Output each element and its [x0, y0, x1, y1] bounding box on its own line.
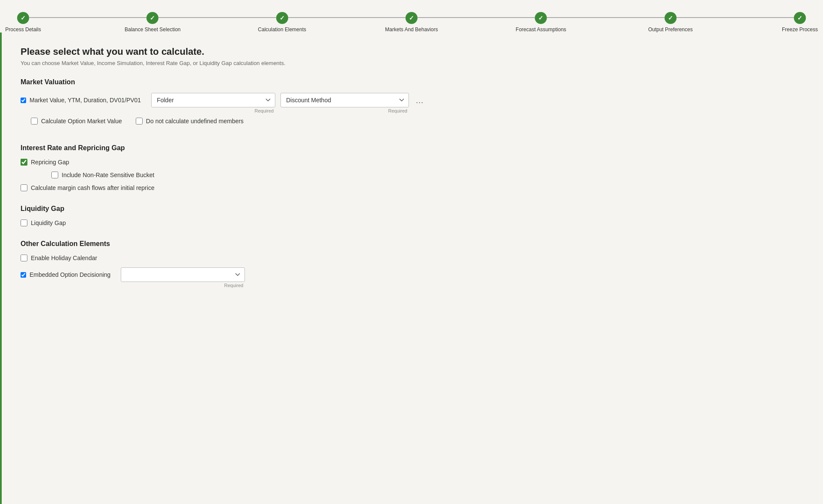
step-line-1 — [29, 17, 146, 18]
repricing-gap-row: Repricing Gap — [21, 159, 450, 166]
margin-cashflows-label: Calculate margin cash flows after initia… — [31, 184, 155, 191]
step-container-2: ✓ Balance Sheet Selection — [146, 12, 276, 24]
checkmark-6: ✓ — [668, 15, 673, 21]
no-calc-undefined-checkbox[interactable] — [136, 118, 143, 125]
step-freeze-process: ✓ Freeze Process — [794, 12, 806, 24]
liquidity-gap-title: Liquidity Gap — [21, 205, 450, 213]
step-circle-7: ✓ — [794, 12, 806, 24]
non-rate-sensitive-checkbox[interactable] — [51, 172, 58, 178]
step-label-2: Balance Sheet Selection — [125, 27, 181, 33]
checkmark-2: ✓ — [150, 15, 155, 21]
checkmark-7: ✓ — [797, 15, 802, 21]
embedded-option-label: Embedded Option Decisioning — [30, 271, 110, 278]
checkmark-5: ✓ — [538, 15, 543, 21]
non-rate-sensitive-label: Include Non-Rate Sensitive Bucket — [62, 172, 154, 178]
margin-cashflows-row: Calculate margin cash flows after initia… — [21, 184, 450, 191]
step-container-3: ✓ Calculation Elements — [276, 12, 406, 24]
step-container-4: ✓ Markets And Behaviors — [406, 12, 535, 24]
embedded-option-checkbox[interactable] — [21, 272, 26, 278]
market-valuation-title: Market Valuation — [21, 78, 450, 86]
discount-method-dropdown-wrapper: Discount Method Required — [280, 93, 409, 113]
step-label-4: Markets And Behaviors — [385, 27, 438, 33]
no-calc-undefined-row: Do not calculate undefined members — [136, 118, 244, 125]
discount-method-dropdown[interactable]: Discount Method — [280, 93, 409, 107]
holiday-calendar-label: Enable Holiday Calendar — [31, 255, 97, 261]
step-label-5: Forecast Assumptions — [516, 27, 566, 33]
calc-option-mv-row: Calculate Option Market Value — [31, 118, 122, 125]
market-value-label: Market Value, YTM, Duration, DV01/PV01 — [30, 97, 141, 104]
page-subtitle: You can choose Market Value, Income Simu… — [21, 60, 450, 66]
step-markets-behaviors: ✓ Markets And Behaviors — [406, 12, 417, 24]
step-process-details: ✓ Process Details — [17, 12, 29, 24]
step-container-1: ✓ Process Details — [17, 12, 146, 24]
step-balance-sheet: ✓ Balance Sheet Selection — [146, 12, 158, 24]
repricing-gap-label: Repricing Gap — [31, 159, 69, 166]
repricing-gap-checkbox[interactable] — [21, 159, 27, 166]
step-container-5: ✓ Forecast Assumptions — [535, 12, 664, 24]
non-rate-sensitive-row: Include Non-Rate Sensitive Bucket — [51, 172, 450, 178]
interest-rate-title: Interest Rate and Repricing Gap — [21, 144, 450, 152]
embedded-option-required-label: Required — [121, 283, 245, 288]
step-circle-3: ✓ — [276, 12, 288, 24]
liquidity-gap-label: Liquidity Gap — [31, 219, 66, 226]
page-title: Please select what you want to calculate… — [21, 46, 450, 57]
market-value-checkbox-row: Market Value, YTM, Duration, DV01/PV01 — [21, 93, 141, 104]
calc-option-mv-checkbox[interactable] — [31, 118, 38, 125]
embedded-option-row: Embedded Option Decisioning Required — [21, 267, 450, 288]
step-circle-4: ✓ — [406, 12, 417, 24]
step-label-1: Process Details — [5, 27, 41, 33]
step-circle-5: ✓ — [535, 12, 547, 24]
holiday-calendar-row: Enable Holiday Calendar — [21, 255, 450, 261]
step-label-6: Output Preferences — [648, 27, 693, 33]
step-label-7: Freeze Process — [782, 27, 818, 33]
margin-cashflows-checkbox[interactable] — [21, 184, 27, 191]
left-border-accent — [0, 0, 2, 302]
no-calc-undefined-label: Do not calculate undefined members — [146, 118, 244, 125]
checkmark-1: ✓ — [21, 15, 26, 21]
more-options-icon: ... — [416, 96, 423, 105]
embedded-option-checkbox-area: Embedded Option Decisioning — [21, 267, 110, 278]
step-container-6: ✓ Output Preferences — [665, 12, 794, 24]
checkmark-3: ✓ — [280, 15, 285, 21]
folder-dropdown-wrapper: Folder Required — [151, 93, 275, 113]
step-line-6 — [677, 17, 794, 18]
more-options-button[interactable]: ... — [414, 93, 425, 109]
step-label-3: Calculation Elements — [258, 27, 306, 33]
embedded-option-dropdown-wrapper: Required — [121, 267, 245, 288]
checkmark-4: ✓ — [409, 15, 414, 21]
step-calculation-elements: ✓ Calculation Elements — [276, 12, 288, 24]
step-circle-2: ✓ — [146, 12, 158, 24]
step-forecast-assumptions: ✓ Forecast Assumptions — [535, 12, 547, 24]
step-output-preferences: ✓ Output Preferences — [665, 12, 677, 24]
step-circle-6: ✓ — [665, 12, 677, 24]
market-value-checkbox[interactable] — [21, 98, 26, 103]
progress-bar: ✓ Process Details ✓ Balance Sheet Select… — [0, 0, 823, 33]
market-valuation-sub-checkboxes: Calculate Option Market Value Do not cal… — [31, 118, 450, 130]
other-calc-title: Other Calculation Elements — [21, 240, 450, 248]
liquidity-gap-checkbox[interactable] — [21, 219, 27, 226]
folder-dropdown[interactable]: Folder — [151, 93, 275, 107]
folder-required-label: Required — [151, 108, 275, 113]
step-line-2 — [158, 17, 276, 18]
step-line-3 — [288, 17, 406, 18]
embedded-option-dropdown[interactable] — [121, 267, 245, 282]
liquidity-gap-row: Liquidity Gap — [21, 219, 450, 226]
step-line-5 — [547, 17, 664, 18]
step-circle-1: ✓ — [17, 12, 29, 24]
step-line-4 — [417, 17, 535, 18]
discount-method-required-label: Required — [280, 108, 409, 113]
holiday-calendar-checkbox[interactable] — [21, 255, 27, 261]
calc-option-mv-label: Calculate Option Market Value — [41, 118, 122, 125]
main-content: Please select what you want to calculate… — [0, 33, 471, 302]
